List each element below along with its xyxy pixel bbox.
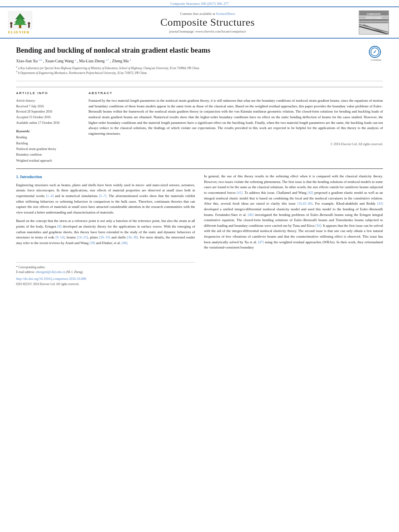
cs-logo-svg: COMPOSITE STRUCTURES	[359, 11, 389, 34]
copyright-line: © 2016 Elsevier Ltd. All rights reserved…	[88, 141, 383, 146]
history-heading: Article history:	[16, 98, 80, 104]
author-ma-affil: a	[130, 58, 131, 62]
ref-1-4[interactable]: [1–4]	[46, 194, 53, 198]
elsevier-logo: ELSEVIER	[8, 11, 56, 34]
revised-date: Revised 28 September 2016	[16, 109, 80, 115]
crossmark-label: CrossMark	[369, 59, 383, 61]
online-date: Available online 17 October 2016	[16, 120, 80, 126]
author-xu-affil: a,b	[39, 58, 42, 62]
ref-16-43-46[interactable]: [16,43–46]	[297, 201, 313, 205]
doi-link[interactable]: http://dx.doi.org/10.1016/j.compstruct.2…	[16, 277, 86, 281]
author-zheng-affil: a,*	[106, 58, 109, 62]
svg-rect-12	[359, 19, 389, 21]
author-xu: Xiao-Jian Xu	[16, 59, 38, 64]
abstract-col: ABSTRACT Featured by the two material le…	[88, 91, 383, 164]
contents-label: Contents lists available at ScienceDirec…	[60, 12, 355, 16]
keywords-section: Keywords: Bending Buckling Nonlocal stra…	[16, 129, 80, 164]
svg-rect-13	[359, 21, 389, 23]
svg-point-5	[10, 22, 12, 25]
received-date: Received 7 July 2016	[16, 104, 80, 109]
article-title-block: Bending and buckling of nonlocal strain …	[16, 46, 365, 77]
article-title: Bending and buckling of nonlocal strain …	[16, 46, 365, 55]
svg-text:COMPOSITE: COMPOSITE	[367, 13, 381, 15]
affiliation-a: a a Key Laboratory for Special Area High…	[16, 65, 365, 70]
elsevier-brand-text: ELSEVIER	[8, 30, 30, 34]
journal-reference: Composite Structures 160 (2017) 366–377	[171, 2, 229, 6]
ref-9-14[interactable]: [9–14]	[56, 235, 65, 239]
accepted-date: Accepted 15 October 2016	[16, 115, 80, 120]
ref-8[interactable]: [8]	[58, 224, 62, 228]
keyword-boundary: Boundary condition	[16, 152, 80, 158]
right-para1: In general, the use of this theory resul…	[204, 174, 383, 251]
article-history: Article history: Received 7 July 2016 Re…	[16, 98, 80, 125]
cs-logo-area: COMPOSITE STRUCTURES	[359, 10, 391, 35]
content-divider	[16, 168, 383, 169]
journal-header: ELSEVIER Contents lists available at Sci…	[0, 6, 399, 39]
authors-line: Xiao-Jian Xu a,b , Xuan-Cang Wang a , Mu…	[16, 58, 365, 63]
author-wang-affil: a	[75, 58, 76, 62]
ref-47[interactable]: [47]	[258, 240, 264, 244]
article-info-col: ARTICLE INFO Article history: Received 7…	[16, 91, 80, 164]
keywords-heading: Keywords:	[16, 129, 80, 133]
elsevier-logo-area: ELSEVIER	[8, 11, 56, 34]
ref-42[interactable]: [42]	[308, 191, 313, 195]
keyword-bending: Bending	[16, 135, 80, 140]
crossmark-icon[interactable]: ✓	[369, 46, 381, 58]
doi-note: http://dx.doi.org/10.1016/j.compstruct.2…	[16, 276, 195, 281]
footer-section: * Corresponding author. E-mail address: …	[16, 262, 195, 287]
svg-text:✓: ✓	[373, 49, 377, 55]
ref-16[interactable]: [16]	[315, 224, 321, 228]
introduction-heading: 1. Introduction	[16, 174, 195, 180]
journal-title: Composite Structures	[60, 16, 355, 29]
svg-text:STRUCTURES: STRUCTURES	[366, 16, 382, 19]
svg-point-7	[28, 22, 30, 25]
info-abstract-section: ARTICLE INFO Article history: Received 7…	[16, 87, 383, 164]
elsevier-tree-icon	[8, 11, 32, 29]
keyword-nonlocal: Nonlocal strain gradient theory	[16, 146, 80, 152]
affiliations: a a Key Laboratory for Special Area High…	[16, 65, 365, 76]
ref-41[interactable]: [41]	[237, 191, 243, 195]
article-title-section: Bending and buckling of nonlocal strain …	[16, 39, 383, 81]
crossmark-area[interactable]: ✓ CrossMark	[369, 46, 383, 61]
ref-43[interactable]: [43]	[377, 201, 383, 205]
article-body: Bending and buckling of nonlocal strain …	[0, 39, 399, 287]
abstract-heading: ABSTRACT	[88, 91, 383, 95]
journal-homepage: journal homepage: www.elsevier.com/locat…	[60, 29, 355, 33]
ref-39[interactable]: [39]	[89, 241, 95, 245]
issn-note: 0263-8223/© 2016 Elsevier Ltd. All right…	[16, 282, 195, 287]
main-content: 1. Introduction Engineering structures s…	[16, 174, 383, 287]
author-email[interactable]: zhengml@chd.edu.cn	[36, 270, 66, 274]
ref-40[interactable]: [40]	[121, 241, 127, 245]
journal-reference-bar: Composite Structures 160 (2017) 366–377	[0, 0, 399, 6]
crossmark-svg: ✓	[370, 47, 379, 56]
intro-para1: Engineering structures such as beams, pl…	[16, 183, 195, 216]
sciencedirect-link[interactable]: ScienceDirect	[216, 12, 235, 16]
main-col-left: 1. Introduction Engineering structures s…	[16, 174, 195, 287]
svg-rect-8	[28, 25, 30, 28]
keyword-weighted: Weighted residual approach	[16, 158, 80, 164]
abstract-text: Featured by the two material length para…	[88, 98, 383, 136]
composite-structures-logo: COMPOSITE STRUCTURES	[359, 10, 389, 35]
corresponding-note: * Corresponding author.	[16, 265, 195, 269]
ref-34-38[interactable]: [34–38]	[127, 235, 138, 239]
affiliation-b: b b Department of Engineering Mechanics,…	[16, 70, 365, 75]
email-note: E-mail address: zhengml@chd.edu.cn (M.-l…	[16, 269, 195, 275]
ref-14-25[interactable]: [14–25]	[77, 235, 88, 239]
svg-rect-6	[10, 25, 12, 28]
keyword-buckling: Buckling	[16, 141, 80, 146]
main-col-right: In general, the use of this theory resul…	[204, 174, 383, 287]
footer-notes: * Corresponding author. E-mail address: …	[16, 262, 195, 287]
journal-title-area: Contents lists available at ScienceDirec…	[60, 12, 355, 33]
article-info-heading: ARTICLE INFO	[16, 91, 80, 95]
ref-46[interactable]: [46]	[248, 213, 253, 217]
intro-para2: Based on the concept that the stress at …	[16, 218, 195, 246]
ref-5-7[interactable]: [5–7]	[99, 194, 106, 198]
keywords-list: Bending Buckling Nonlocal strain gradien…	[16, 135, 80, 164]
ref-26-33[interactable]: [26–33]	[99, 235, 110, 239]
